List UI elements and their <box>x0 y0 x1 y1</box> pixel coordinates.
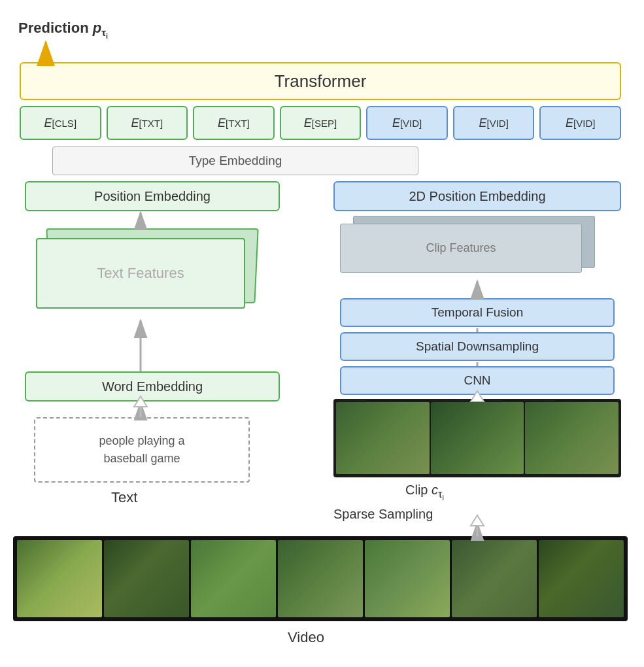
type-embedding-label: Type Embedding <box>189 154 282 168</box>
video-strip <box>13 536 628 621</box>
video-frame-1 <box>17 540 102 617</box>
video-frame-4 <box>278 540 363 617</box>
clip-features-label: Clip Features <box>426 241 496 255</box>
video-frame-5 <box>365 540 450 617</box>
cnn-label: CNN <box>464 373 490 388</box>
pos-embedding-left-label: Position Embedding <box>94 189 211 204</box>
type-embedding-box: Type Embedding <box>52 146 418 175</box>
clip-frames <box>333 399 621 477</box>
spatial-downsampling-label: Spatial Downsampling <box>416 339 539 354</box>
token-vid2: E[VID] <box>453 106 535 140</box>
token-vid1: E[VID] <box>366 106 448 140</box>
video-frame-3 <box>191 540 276 617</box>
token-txt1: E[TXT] <box>107 106 188 140</box>
prediction-label: Prediction pτi <box>18 20 108 40</box>
token-txt2: E[TXT] <box>193 106 275 140</box>
text-label: Text <box>111 489 137 506</box>
video-frame-2 <box>104 540 189 617</box>
text-features-front: Text Features <box>36 238 245 309</box>
token-cls: E[CLS] <box>20 106 101 140</box>
spatial-downsampling-box: Spatial Downsampling <box>340 332 615 361</box>
text-input-content: people playing abaseball game <box>99 432 184 468</box>
clip-frame-3 <box>525 402 619 474</box>
word-embedding-box: Word Embedding <box>25 371 280 402</box>
transformer-label: Transformer <box>275 71 367 92</box>
video-label: Video <box>288 629 324 646</box>
word-embedding-label: Word Embedding <box>102 379 203 394</box>
clip-label: Clip cτi <box>405 483 444 502</box>
pos-embedding-right-label: 2D Position Embedding <box>409 189 545 204</box>
token-vid3: E[VID] <box>539 106 621 140</box>
position-embedding-left: Position Embedding <box>25 181 280 211</box>
text-input-box: people playing abaseball game <box>34 417 250 483</box>
transformer-box: Transformer <box>20 62 621 100</box>
video-frame-6 <box>452 540 537 617</box>
diagram-container: Prediction pτi Transformer E[CLS] E[TXT]… <box>0 0 644 667</box>
tokens-row: E[CLS] E[TXT] E[TXT] E[SEP] E[VID] E[VID… <box>20 106 621 140</box>
token-sep: E[SEP] <box>280 106 362 140</box>
svg-marker-16 <box>471 515 484 526</box>
clip-features-box: Clip Features <box>340 216 602 281</box>
clip-features-front: Clip Features <box>340 224 582 273</box>
clip-frame-2 <box>431 402 524 474</box>
temporal-fusion-box: Temporal Fusion <box>340 298 615 327</box>
temporal-fusion-label: Temporal Fusion <box>432 305 523 320</box>
sparse-sampling-label: Sparse Sampling <box>333 507 433 522</box>
video-frame-7 <box>539 540 624 617</box>
position-embedding-right: 2D Position Embedding <box>333 181 621 211</box>
text-features-box: Text Features <box>36 229 255 314</box>
text-features-label: Text Features <box>97 265 184 282</box>
clip-frame-1 <box>336 402 430 474</box>
cnn-box: CNN <box>340 366 615 395</box>
